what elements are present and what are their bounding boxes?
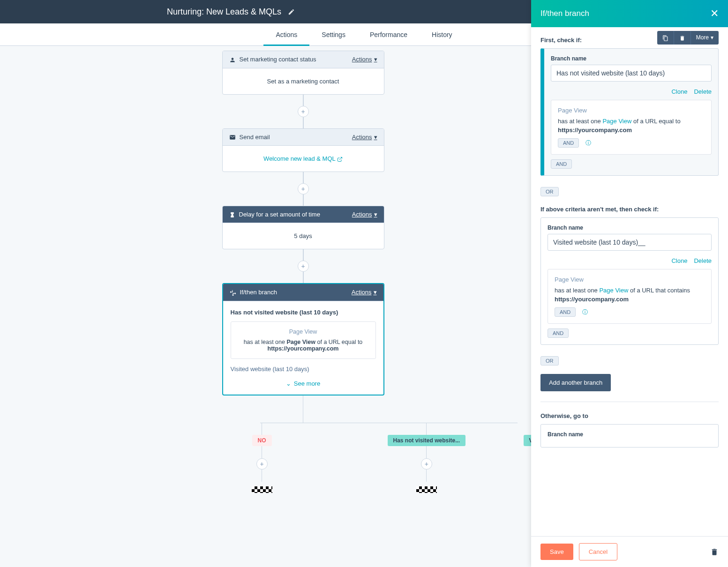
clone-link[interactable]: Clone	[671, 257, 687, 264]
close-icon[interactable]: ✕	[710, 7, 719, 20]
otherwise-label: Otherwise, go to	[540, 412, 719, 419]
action-card-if-then[interactable]: If/then branch Actions ▾ Has not visited…	[222, 283, 384, 395]
panel-header: If/then branch ✕	[531, 0, 728, 27]
caret-down-icon: ▾	[374, 289, 377, 296]
envelope-icon	[229, 134, 236, 141]
branch-1-label[interactable]: Has not visited website...	[388, 435, 466, 446]
caret-down-icon: ▾	[374, 211, 377, 218]
add-step-button[interactable]: +	[298, 183, 309, 194]
branch-2-name-input[interactable]	[548, 234, 712, 251]
action-card-send-email[interactable]: Send email Actions ▾ Welcome new lead & …	[222, 128, 384, 172]
cancel-button[interactable]: Cancel	[579, 543, 617, 560]
side-panel: If/then branch ✕ First, check if: More ▾…	[531, 0, 728, 567]
card-title: Delay for a set amount of time	[239, 211, 320, 218]
email-link[interactable]: Welcome new lead & MQL	[263, 155, 343, 162]
page-title: Nurturing: New Leads & MQLs	[167, 7, 281, 17]
card-actions-dropdown[interactable]: Actions ▾	[352, 56, 377, 63]
end-marker	[252, 486, 272, 493]
add-branch-button[interactable]: Add another branch	[540, 374, 611, 391]
caret-down-icon: ▾	[374, 134, 377, 141]
tab-settings[interactable]: Settings	[309, 23, 358, 45]
branch-name-label: Branch name	[548, 431, 712, 438]
filter-type: Page View	[558, 107, 705, 114]
branch-name-label: Branch name	[548, 224, 712, 231]
branch-1-title: Has not visited website (last 10 days)	[231, 309, 376, 316]
caret-down-icon: ▾	[711, 34, 713, 41]
hourglass-icon	[229, 211, 235, 218]
clone-icon-button[interactable]	[657, 31, 674, 44]
branch-1-name-input[interactable]	[551, 65, 712, 82]
branch-else-editor: Branch name	[540, 424, 719, 448]
info-icon[interactable]: ⓘ	[585, 140, 591, 146]
and-button[interactable]: AND	[555, 307, 576, 317]
card-actions-dropdown[interactable]: Actions ▾	[352, 211, 377, 218]
branch-1-editor: Branch name Clone Delete Page View has a…	[540, 48, 719, 176]
branch-icon	[230, 289, 236, 296]
person-icon	[229, 56, 236, 63]
section-first-check: First, check if:	[540, 37, 582, 44]
delete-icon[interactable]	[710, 547, 719, 557]
action-card-delay[interactable]: Delay for a set amount of time Actions ▾…	[222, 206, 384, 249]
info-icon[interactable]: ⓘ	[582, 309, 588, 315]
add-step-button[interactable]: +	[298, 106, 309, 117]
add-step-button[interactable]: +	[421, 458, 432, 470]
card-body: 5 days	[223, 223, 384, 249]
action-card-set-status[interactable]: Set marketing contact status Actions ▾ S…	[222, 51, 384, 95]
chevron-down-icon: ⌄	[286, 380, 291, 387]
add-step-button[interactable]: +	[256, 458, 268, 470]
page-view-link[interactable]: Page View	[602, 118, 631, 125]
tab-actions[interactable]: Actions	[263, 23, 309, 45]
delete-link[interactable]: Delete	[694, 88, 712, 95]
and-button-outer[interactable]: AND	[551, 159, 572, 169]
panel-title: If/then branch	[540, 9, 589, 18]
tab-history[interactable]: History	[420, 23, 465, 45]
branch-no-label[interactable]: NO	[252, 435, 272, 446]
and-button[interactable]: AND	[558, 138, 579, 148]
clone-link[interactable]: Clone	[671, 88, 687, 95]
or-button[interactable]: OR	[540, 187, 559, 196]
see-more-button[interactable]: ⌄ See more	[231, 380, 376, 387]
section-else-check: If above criteria aren't met, then check…	[540, 206, 719, 213]
branch-toolbar: More ▾	[657, 31, 719, 44]
caret-down-icon: ▾	[374, 56, 377, 63]
delete-link[interactable]: Delete	[694, 257, 712, 264]
card-actions-dropdown[interactable]: Actions ▾	[352, 134, 377, 141]
card-actions-dropdown[interactable]: Actions ▾	[352, 289, 377, 296]
branch-filter-summary: Page View has at least one Page View of …	[231, 321, 376, 359]
end-marker	[416, 486, 437, 493]
card-title: If/then branch	[240, 289, 278, 296]
page-view-link[interactable]: Page View	[599, 287, 628, 294]
or-button[interactable]: OR	[540, 356, 559, 366]
filter-card[interactable]: Page View has at least one Page View of …	[551, 100, 712, 155]
panel-footer: Save Cancel	[531, 536, 728, 567]
delete-icon-button[interactable]	[674, 31, 691, 44]
more-dropdown[interactable]: More ▾	[691, 31, 719, 44]
add-step-button[interactable]: +	[298, 261, 309, 272]
and-button-outer[interactable]: AND	[548, 328, 569, 338]
filter-type: Page View	[555, 276, 705, 283]
edit-icon[interactable]	[288, 7, 295, 16]
card-title: Send email	[240, 134, 270, 141]
branch-2-title: Visited website (last 10 days)	[231, 366, 376, 373]
save-button[interactable]: Save	[540, 544, 573, 560]
filter-card[interactable]: Page View has at least one Page View of …	[548, 269, 712, 324]
tab-performance[interactable]: Performance	[358, 23, 420, 45]
card-body: Set as a marketing contact	[223, 68, 384, 94]
card-title: Set marketing contact status	[240, 56, 316, 63]
branch-2-editor: Branch name Clone Delete Page View has a…	[540, 217, 719, 345]
branch-name-label: Branch name	[551, 55, 712, 62]
